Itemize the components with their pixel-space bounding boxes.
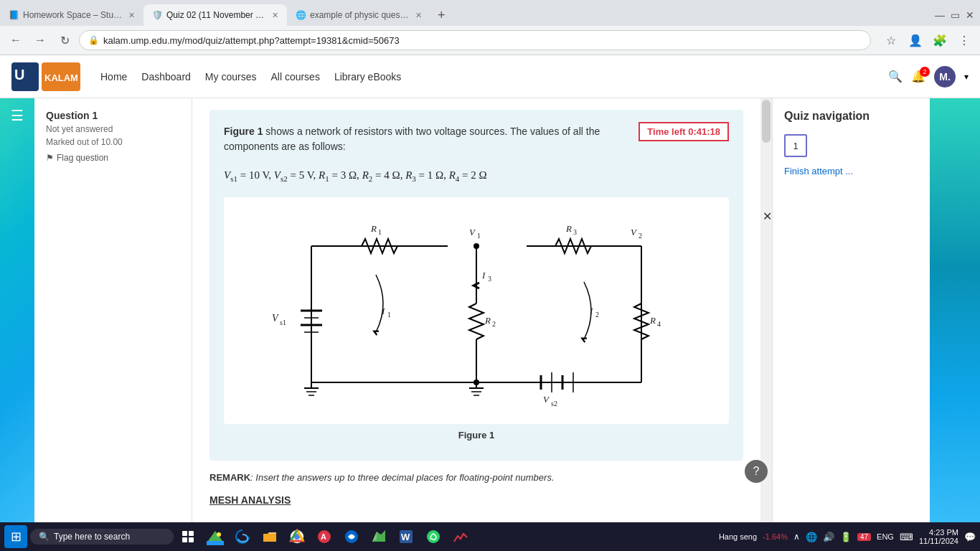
minimize-button[interactable]: — — [935, 9, 945, 21]
svg-text:1: 1 — [378, 228, 382, 236]
tab-close-2[interactable]: ✕ — [272, 11, 278, 20]
svg-text:R: R — [565, 223, 572, 234]
nav-icons: 🔍 🔔 2 M. ▾ — [888, 66, 969, 88]
svg-point-80 — [427, 530, 440, 543]
figure-caption: Figure 1 — [224, 430, 729, 441]
notifications-icon[interactable]: 💬 — [964, 532, 976, 542]
language-indicator: ENG — [877, 532, 894, 541]
flag-label: Flag question — [57, 153, 108, 163]
stock-value: -1.64% — [763, 532, 788, 541]
network-icon[interactable]: 🌐 — [806, 532, 817, 542]
nav-home[interactable]: Home — [100, 71, 127, 83]
nav-library[interactable]: Library eBooks — [334, 71, 401, 83]
profile-button[interactable]: 👤 — [905, 30, 925, 50]
nav-my-courses[interactable]: My courses — [205, 71, 257, 83]
panel-close-button[interactable]: ✕ — [763, 209, 772, 223]
time-left-badge: Time left 0:41:18 — [639, 122, 729, 141]
scroll-thumb — [762, 100, 771, 143]
taskbar-notif-count[interactable]: 47 — [857, 533, 871, 541]
taskbar-word[interactable]: W — [395, 525, 418, 548]
svg-text:Vs1
             = 10 V, 
    : Vs1 = 10 V, Vs2 = 5 V, R1 = 3 Ω, R2 = 4 … — [224, 169, 487, 183]
keyboard-icon[interactable]: ⌨ — [900, 532, 913, 542]
quiz-nav-btn-1[interactable]: 1 — [784, 134, 807, 157]
tab-physic[interactable]: 🌐 example of physic question - G ✕ — [287, 4, 430, 26]
speaker-icon[interactable]: 🔊 — [823, 532, 834, 542]
reload-button[interactable]: ↻ — [55, 30, 75, 50]
taskbar-app-red[interactable]: A — [313, 525, 336, 548]
bookmark-button[interactable]: ☆ — [881, 30, 901, 50]
svg-text:s2: s2 — [551, 400, 557, 408]
tab-close-1[interactable]: ✕ — [128, 11, 135, 20]
site-nav: U KALAM Home Dashboard My courses All co… — [0, 55, 980, 98]
forward-button[interactable]: → — [30, 30, 50, 50]
svg-text:KALAM: KALAM — [44, 72, 78, 83]
taskbar-app-blue[interactable] — [340, 525, 363, 548]
nav-dashboard[interactable]: Dashboard — [141, 71, 191, 83]
user-avatar[interactable]: M. — [934, 66, 956, 88]
taskbar-search[interactable]: 🔍 Type here to search — [30, 529, 174, 545]
mesh-analysis-title: MESH ANALYSIS — [209, 494, 743, 506]
flag-icon: ⚑ — [46, 153, 54, 163]
remark-text: REMARK: Insert the answers up to three d… — [209, 472, 743, 483]
finish-attempt-link[interactable]: Finish attempt ... — [784, 166, 918, 176]
restore-button[interactable]: ▭ — [951, 9, 960, 21]
battery-icon[interactable]: 🔋 — [840, 532, 852, 542]
figure-ref: Figure 1 — [224, 126, 263, 137]
sidebar-toggle[interactable]: ☰ — [0, 98, 34, 523]
svg-text:2: 2 — [639, 232, 642, 240]
browser-actions: ☆ 👤 🧩 ⋮ — [881, 30, 974, 50]
extensions-button[interactable]: 🧩 — [930, 30, 950, 50]
taskbar-task-view[interactable] — [176, 525, 199, 548]
svg-text:I: I — [481, 270, 486, 281]
svg-rect-68 — [182, 537, 187, 542]
taskbar-edge[interactable] — [231, 525, 254, 548]
close-window-button[interactable]: ✕ — [966, 9, 974, 21]
taskbar-right: Hang seng -1.64% ∧ 🌐 🔊 🔋 47 ENG ⌨ 4:23 P… — [719, 528, 976, 545]
svg-text:4: 4 — [657, 320, 661, 328]
svg-point-70 — [217, 532, 221, 537]
svg-text:s1: s1 — [280, 319, 286, 326]
back-button[interactable]: ← — [6, 30, 26, 50]
svg-text:3: 3 — [573, 228, 577, 236]
svg-text:W: W — [401, 532, 410, 542]
quiz-nav-title: Quiz navigation — [784, 110, 918, 123]
new-tab-button[interactable]: + — [430, 8, 453, 23]
svg-text:V: V — [543, 394, 550, 405]
taskbar-landscape[interactable] — [204, 525, 227, 548]
stock-label: Hang seng — [719, 532, 757, 541]
taskbar-whatsapp[interactable] — [422, 525, 445, 548]
flag-question-button[interactable]: ⚑ Flag question — [46, 153, 180, 163]
tab-homework[interactable]: 📘 Homework Space – StudyX ✕ — [0, 4, 143, 26]
svg-text:U: U — [14, 67, 24, 83]
remark-bold: REMARK — [209, 472, 250, 483]
taskbar-map[interactable] — [367, 525, 390, 548]
notification-bell[interactable]: 🔔 2 — [911, 70, 925, 83]
svg-text:R: R — [484, 315, 491, 326]
taskbar-stock-app[interactable] — [449, 525, 472, 548]
chevron-up-icon[interactable]: ∧ — [793, 532, 800, 542]
svg-text:V: V — [469, 227, 476, 237]
taskbar-folder[interactable] — [258, 525, 281, 548]
search-icon[interactable]: 🔍 — [888, 70, 903, 83]
taskbar-chrome[interactable] — [286, 525, 308, 548]
marked-out: Marked out of 10.00 — [46, 137, 180, 147]
svg-text:V: V — [272, 313, 279, 324]
tab-icon-2: 🛡️ — [152, 10, 162, 20]
address-bar[interactable]: 🔒 kalam.ump.edu.my/mod/quiz/attempt.php?… — [79, 30, 871, 50]
svg-rect-66 — [182, 531, 187, 536]
user-menu-chevron[interactable]: ▾ — [964, 72, 969, 82]
svg-text:I: I — [589, 306, 593, 316]
nav-all-courses[interactable]: All courses — [270, 71, 319, 83]
menu-button[interactable]: ⋮ — [954, 30, 974, 50]
svg-text:2: 2 — [492, 320, 496, 328]
scroll-area[interactable] — [760, 98, 772, 523]
question-description: Time left 0:41:18 Figure 1 shows a netwo… — [224, 124, 729, 154]
tab-close-3[interactable]: ✕ — [415, 11, 422, 20]
tab-quiz[interactable]: 🛡️ Quiz 02 (11 November 2024) | ✕ — [143, 4, 287, 26]
taskbar: ⊞ 🔍 Type here to search A W — [0, 522, 980, 551]
svg-text:3: 3 — [488, 275, 491, 283]
start-button[interactable]: ⊞ — [4, 525, 27, 548]
tab-label-3: example of physic question - G — [310, 10, 410, 20]
hamburger-icon[interactable]: ☰ — [11, 107, 24, 124]
help-button[interactable]: ? — [745, 460, 768, 483]
